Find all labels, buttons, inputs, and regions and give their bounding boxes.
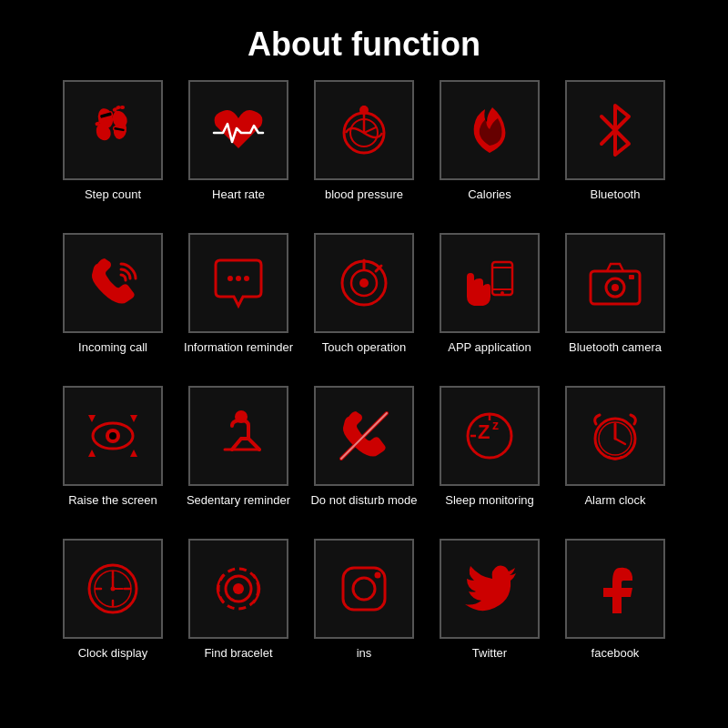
label-facebook: facebook (592, 646, 640, 662)
touch-operation-icon (332, 251, 396, 315)
icon-box-bluetooth (565, 80, 665, 180)
blood-pressure-icon (332, 98, 396, 162)
label-information-reminder: Information reminder (184, 340, 293, 356)
icon-box-app-application (440, 233, 540, 333)
bluetooth-icon (583, 98, 647, 162)
icon-box-do-not-disturb (314, 386, 414, 486)
sleep-monitoring-icon: Z z (458, 404, 521, 468)
heart-rate-icon (207, 98, 270, 162)
icon-box-sleep-monitoring: Z z (440, 386, 540, 486)
label-blood-pressure: blood pressure (325, 187, 403, 203)
icon-box-alarm-clock (565, 386, 665, 486)
svg-point-20 (359, 278, 369, 288)
icon-box-heart-rate (188, 80, 288, 180)
cell-twitter: Twitter (430, 539, 549, 684)
label-heart-rate: Heart rate (212, 187, 265, 203)
sedentary-reminder-icon (207, 404, 270, 468)
icon-box-clock-display (63, 539, 163, 639)
label-do-not-disturb: Do not disturb mode (310, 493, 417, 509)
ins-icon (332, 557, 396, 621)
svg-rect-28 (629, 275, 634, 279)
svg-text:Z: Z (478, 420, 490, 443)
label-ins: ins (357, 646, 372, 662)
cell-facebook: facebook (556, 539, 674, 684)
svg-line-14 (364, 127, 376, 133)
icon-box-calories (440, 80, 540, 180)
page-title: About function (248, 25, 480, 64)
svg-point-27 (612, 284, 619, 291)
label-sedentary-reminder: Sedentary reminder (187, 493, 290, 509)
facebook-icon (583, 557, 647, 621)
app-application-icon (458, 251, 521, 315)
raise-screen-icon (81, 404, 145, 468)
cell-information-reminder: Information reminder (179, 233, 298, 379)
label-find-bracelet: Find bracelet (204, 646, 272, 662)
icon-box-touch-operation (314, 233, 414, 333)
label-raise-screen: Raise the screen (68, 493, 157, 509)
svg-point-16 (236, 276, 241, 281)
calories-icon (458, 98, 521, 162)
cell-sedentary-reminder: Sedentary reminder (179, 386, 298, 531)
cell-ins: ins (305, 539, 423, 684)
cell-sleep-monitoring: Z z Sleep monitoring (430, 386, 549, 531)
svg-point-59 (375, 572, 381, 579)
svg-point-17 (244, 276, 249, 281)
svg-point-58 (353, 578, 375, 600)
svg-text:z: z (492, 418, 499, 432)
label-clock-display: Clock display (78, 646, 148, 662)
icon-box-ins (314, 539, 414, 639)
svg-point-53 (111, 587, 116, 592)
cell-alarm-clock: Alarm clock (556, 386, 674, 531)
cell-clock-display: Clock display (54, 539, 172, 684)
label-sleep-monitoring: Sleep monitoring (445, 493, 534, 509)
clock-display-icon (81, 557, 145, 621)
cell-find-bracelet: Find bracelet (179, 539, 298, 684)
bluetooth-camera-icon (583, 251, 647, 315)
do-not-disturb-icon (332, 404, 396, 468)
cell-touch-operation: Touch operation (305, 233, 423, 379)
svg-point-31 (109, 432, 116, 440)
label-bluetooth: Bluetooth (591, 187, 641, 203)
svg-point-56 (233, 583, 244, 594)
label-step-count: Step count (85, 187, 141, 203)
icon-box-blood-pressure (314, 80, 414, 180)
icon-box-sedentary-reminder (188, 386, 288, 486)
label-calories: Calories (468, 187, 511, 203)
svg-point-15 (228, 276, 233, 281)
label-incoming-call: Incoming call (78, 340, 147, 356)
alarm-clock-icon (583, 404, 647, 468)
cell-calories: Calories (430, 80, 549, 226)
cell-heart-rate: Heart rate (179, 80, 298, 226)
icon-box-information-reminder (188, 233, 288, 333)
cell-bluetooth-camera: Bluetooth camera (556, 233, 674, 379)
svg-rect-9 (120, 106, 125, 109)
twitter-icon (458, 557, 521, 621)
step-count-icon (81, 98, 145, 162)
icon-box-facebook (565, 539, 665, 639)
function-grid: Step count Heart rate blood pressure (35, 80, 693, 684)
information-reminder-icon (207, 251, 270, 315)
cell-bluetooth: Bluetooth (556, 80, 674, 226)
icon-box-raise-screen (63, 386, 163, 486)
icon-box-bluetooth-camera (565, 233, 665, 333)
svg-point-24 (500, 291, 504, 295)
svg-rect-6 (103, 118, 107, 122)
label-app-application: APP application (448, 340, 531, 356)
icon-box-step-count (63, 80, 163, 180)
svg-line-44 (615, 439, 625, 444)
icon-box-twitter (440, 539, 540, 639)
label-alarm-clock: Alarm clock (584, 493, 645, 509)
find-bracelet-icon (207, 557, 270, 621)
cell-app-application: APP application (430, 233, 549, 379)
cell-incoming-call: Incoming call (54, 233, 172, 379)
cell-raise-screen: Raise the screen (54, 386, 172, 531)
label-twitter: Twitter (472, 646, 507, 662)
cell-do-not-disturb: Do not disturb mode (305, 386, 423, 531)
incoming-call-icon (81, 251, 145, 315)
label-touch-operation: Touch operation (322, 340, 407, 356)
cell-step-count: Step count (54, 80, 172, 226)
label-bluetooth-camera: Bluetooth camera (569, 340, 662, 356)
cell-blood-pressure: blood pressure (305, 80, 423, 226)
icon-box-find-bracelet (188, 539, 288, 639)
icon-box-incoming-call (63, 233, 163, 333)
